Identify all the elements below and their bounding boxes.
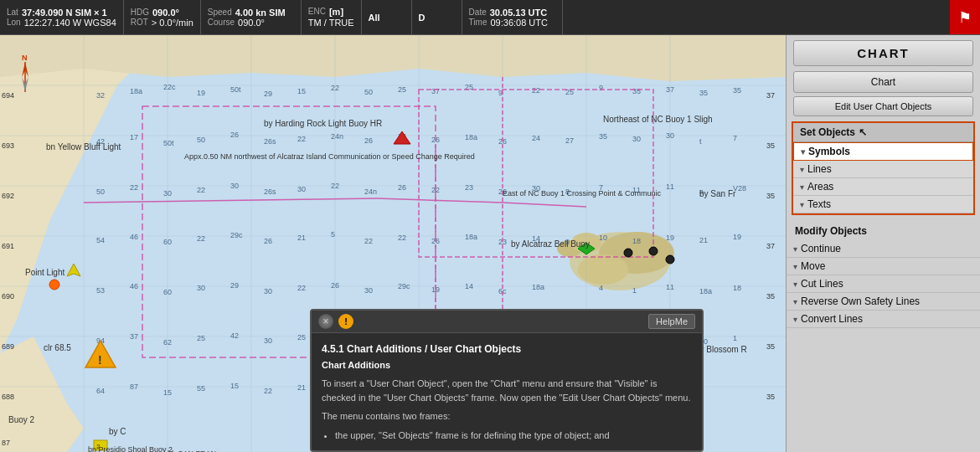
svg-text:30: 30: [264, 287, 272, 295]
svg-text:21: 21: [297, 383, 306, 392]
texts-item[interactable]: ▾ Texts: [793, 196, 973, 213]
svg-text:18a: 18a: [532, 283, 544, 291]
svg-text:23: 23: [465, 183, 473, 192]
svg-text:14: 14: [465, 282, 473, 290]
continue-item[interactable]: ▾ Continue: [787, 240, 980, 258]
svg-text:37: 37: [766, 91, 775, 100]
areas-item[interactable]: ▾ Areas: [793, 178, 973, 196]
reverse-arrow: ▾: [793, 297, 797, 306]
help-para2: The menu contains two frames:: [322, 409, 692, 424]
speed-label: Speed: [208, 8, 232, 18]
svg-text:18a: 18a: [699, 287, 712, 295]
svg-text:37: 37: [130, 332, 138, 341]
svg-text:26s: 26s: [264, 187, 276, 196]
lines-arrow: ▾: [800, 165, 804, 174]
time-label: Time: [469, 18, 487, 28]
svg-text:64: 64: [96, 387, 105, 395]
svg-text:8: 8: [565, 187, 570, 196]
svg-text:18: 18: [632, 237, 641, 245]
svg-text:4: 4: [599, 284, 603, 292]
svg-text:35: 35: [766, 393, 775, 401]
svg-text:22: 22: [398, 234, 406, 242]
svg-text:50: 50: [364, 88, 373, 96]
rot-value: > 0.0°/min: [152, 18, 193, 28]
svg-text:37: 37: [431, 87, 440, 95]
all-cell: All: [362, 0, 412, 34]
svg-text:11: 11: [632, 186, 641, 194]
svg-point-179: [666, 255, 674, 264]
svg-text:32: 32: [96, 91, 105, 100]
svg-text:29c: 29c: [230, 231, 243, 239]
svg-text:25: 25: [297, 333, 306, 342]
svg-text:22: 22: [197, 234, 205, 243]
continue-arrow: ▾: [793, 244, 797, 254]
svg-text:691: 691: [2, 242, 14, 250]
svg-text:22: 22: [532, 86, 540, 95]
svg-text:60: 60: [163, 238, 172, 246]
svg-point-3: [578, 254, 628, 285]
chart-main-button[interactable]: CHART: [793, 40, 973, 66]
hdg-value: 090.0°: [152, 8, 179, 18]
helpme-button[interactable]: HelpMe: [648, 314, 695, 329]
svg-text:22: 22: [297, 135, 306, 143]
svg-text:26: 26: [364, 136, 373, 145]
texts-label: Texts: [807, 198, 831, 210]
svg-text:24n: 24n: [364, 187, 377, 196]
svg-text:22: 22: [130, 183, 138, 192]
cut-lines-item[interactable]: ▾ Cut Lines: [787, 275, 980, 293]
svg-text:17: 17: [130, 133, 138, 141]
svg-text:19: 19: [666, 234, 674, 242]
svg-text:24: 24: [532, 134, 540, 142]
svg-text:35: 35: [632, 87, 641, 95]
chart-sub-button[interactable]: Chart: [793, 71, 973, 93]
lines-item[interactable]: ▾ Lines: [793, 161, 973, 178]
svg-text:690: 690: [2, 292, 14, 300]
svg-text:22: 22: [264, 387, 272, 395]
svg-text:11: 11: [666, 182, 674, 191]
hdg-cell: HDG 090.0° ROT > 0.0°/min: [124, 0, 201, 34]
d-value: D: [419, 13, 455, 23]
enc-cell: ENC [m] TM / TRUE: [302, 0, 362, 34]
course-value: 090.0°: [238, 18, 265, 28]
modify-objects-section: Modify Objects ▾ Continue ▾ Move ▾ Cut L…: [787, 218, 980, 331]
svg-text:22: 22: [364, 237, 373, 245]
svg-text:688: 688: [2, 393, 14, 401]
svg-text:15: 15: [163, 388, 172, 397]
symbols-item[interactable]: ▾ Symbols: [793, 142, 973, 161]
svg-text:694: 694: [2, 91, 14, 100]
lat-value: 37:49.090 N SIM × 1: [22, 8, 107, 18]
reverse-item[interactable]: ▾ Reverse Own Safety Lines: [787, 293, 980, 311]
lon-value: 122:27.140 W WGS84: [24, 18, 116, 28]
help-title2: Chart Additions: [322, 358, 692, 372]
svg-text:35: 35: [699, 89, 708, 97]
svg-text:35: 35: [766, 192, 775, 200]
svg-text:37: 37: [766, 242, 775, 250]
modify-objects-title: Modify Objects: [787, 222, 980, 240]
svg-text:18: 18: [733, 284, 741, 292]
help-dialog-close[interactable]: ×: [318, 314, 333, 329]
texts-arrow: ▾: [800, 200, 804, 209]
svg-text:9: 9: [565, 238, 570, 246]
enc-value: [m]: [329, 7, 343, 17]
help-title1: 4.5.1 Chart Additions / User Chart Objec…: [322, 342, 692, 357]
svg-text:30: 30: [532, 184, 540, 193]
continue-label: Continue: [801, 243, 841, 254]
svg-text:29c: 29c: [398, 282, 410, 290]
svg-text:25: 25: [197, 334, 205, 342]
areas-arrow: ▾: [800, 182, 804, 192]
svg-text:1: 1: [632, 286, 637, 295]
edit-user-chart-button[interactable]: Edit User Chart Objects: [793, 96, 973, 116]
svg-text:5: 5: [331, 230, 335, 239]
tm-value: TM / TRUE: [308, 18, 354, 28]
convert-item[interactable]: ▾ Convert Lines: [787, 311, 980, 328]
chart-area[interactable]: 3218a22c 1950t29 152250 253725 92225 935…: [0, 35, 786, 452]
sidebar: CHART Chart Edit User Chart Objects Set …: [786, 35, 980, 452]
svg-text:N: N: [22, 54, 28, 62]
svg-text:30: 30: [297, 185, 306, 193]
svg-text:30: 30: [230, 182, 239, 190]
all-value: All: [369, 13, 405, 23]
svg-point-178: [649, 247, 658, 255]
move-item[interactable]: ▾ Move: [787, 258, 980, 275]
set-objects-box: Set Objects ↖ ▾ Symbols ▾ Lines ▾ Areas …: [792, 121, 975, 215]
main-area: 3218a22c 1950t29 152250 253725 92225 935…: [0, 35, 980, 452]
